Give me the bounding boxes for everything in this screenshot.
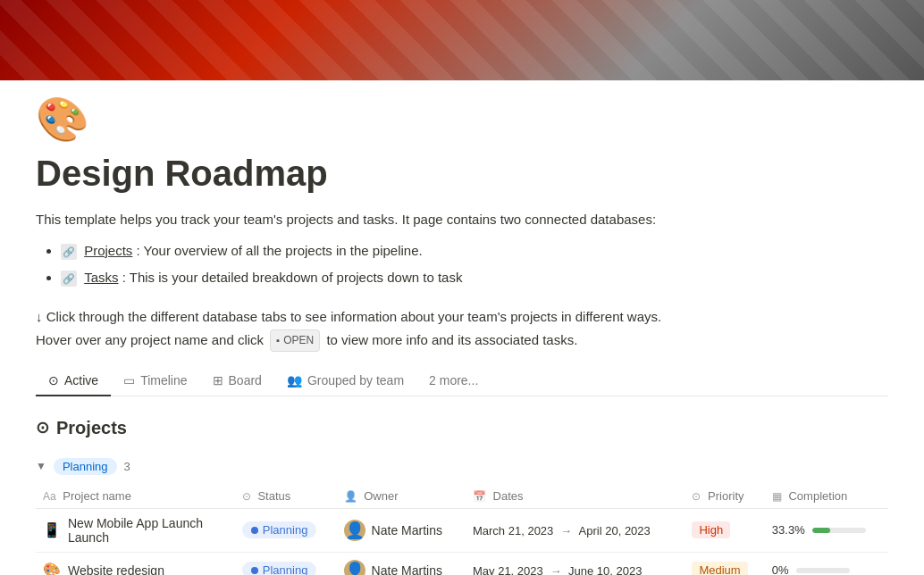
group-row: ▼ Planning 3 [36, 453, 888, 480]
status-badge: Planning [242, 562, 317, 575]
page-icon: 🎨 [36, 95, 924, 145]
group-toggle[interactable]: ▼ [36, 460, 46, 472]
status-dot [251, 527, 258, 534]
completion-text: 33.3% [772, 523, 805, 537]
cell-dates-0: March 21, 2023 → April 20, 2023 [466, 508, 685, 552]
cell-priority-0: High [685, 508, 764, 552]
col-owner-icon: 👤 [344, 490, 357, 503]
tab-active-label: Active [64, 373, 98, 388]
instructions-line1: ↓ Click through the different database t… [36, 309, 661, 324]
header-banner [0, 0, 924, 80]
database-title: ⊙ Projects [36, 418, 888, 438]
col-priority: ⊙ Priority [685, 484, 764, 509]
instructions: ↓ Click through the different database t… [36, 305, 888, 352]
cell-name-1: 🎨 Website redesign [36, 552, 235, 575]
instructions-after: to view more info and its associated tas… [326, 332, 577, 347]
col-owner: 👤 Owner [337, 484, 466, 509]
tab-grouped-icon: 👥 [287, 373, 302, 388]
tab-timeline[interactable]: ▭ Timeline [111, 366, 199, 396]
table-header: Aa Project name ⊙ Status 👤 Owner 📅 Dates [36, 484, 888, 509]
date-range: March 21, 2023 → April 20, 2023 [473, 524, 651, 538]
col-dates-icon: 📅 [473, 490, 486, 503]
date-start: March 21, 2023 [473, 524, 553, 538]
col-status: ⊙ Status [235, 484, 337, 509]
tab-active[interactable]: ⊙ Active [36, 366, 111, 396]
cell-dates-1: May 21, 2023 → June 10, 2023 [466, 552, 685, 575]
open-badge: ▪ OPEN [270, 329, 320, 351]
bullet-tasks: 🔗 Tasks : This is your detailed breakdow… [61, 264, 888, 291]
col-name: Aa Project name [36, 484, 235, 509]
table-row[interactable]: 🎨 Website redesign Planning 👤 Nate Marti… [36, 552, 888, 575]
cell-owner-0: 👤 Nate Martins [337, 508, 466, 552]
col-priority-icon: ⊙ [692, 490, 701, 503]
tasks-icon: 🔗 [61, 271, 77, 287]
status-label: Planning [263, 563, 308, 575]
status-badge: Planning [242, 521, 317, 538]
completion-bar-track [812, 528, 866, 533]
bullet-list: 🔗 Projects : Your overview of all the pr… [61, 238, 888, 291]
tab-timeline-icon: ▭ [123, 373, 135, 388]
tasks-description: : This is your detailed breakdown of pro… [122, 270, 463, 285]
col-completion: ▦ Completion [765, 484, 888, 509]
completion-cell: 0% [772, 563, 881, 575]
page-title: Design Roadmap [36, 152, 888, 195]
cell-owner-1: 👤 Nate Martins [337, 552, 466, 575]
tasks-link[interactable]: Tasks [84, 270, 118, 285]
col-status-icon: ⊙ [242, 490, 251, 503]
cell-priority-1: Medium [685, 552, 764, 575]
tab-board-icon: ⊞ [213, 373, 223, 388]
database-section: ⊙ Projects ▼ Planning 3 Aa Project name … [36, 418, 888, 575]
cell-status-0: Planning [235, 508, 337, 552]
date-end: June 10, 2023 [568, 564, 642, 575]
date-arrow: → [550, 564, 565, 575]
database-title-text: Projects [56, 418, 127, 438]
row-emoji: 🎨 [43, 562, 61, 575]
instructions-hover: Hover over any project name and click [36, 332, 264, 347]
status-dot [251, 567, 258, 574]
tab-board-label: Board [229, 373, 262, 388]
tab-grouped-label: Grouped by team [307, 373, 404, 388]
avatar: 👤 [344, 520, 365, 541]
database-title-icon: ⊙ [36, 418, 49, 438]
bullet-projects: 🔗 Projects : Your overview of all the pr… [61, 238, 888, 264]
tab-timeline-label: Timeline [140, 373, 187, 388]
table-body: 📱 New Mobile App LaunchLaunch Planning 👤… [36, 508, 888, 575]
tab-more[interactable]: 2 more... [416, 366, 491, 396]
page-content: Design Roadmap This template helps you t… [0, 152, 924, 575]
status-label: Planning [263, 523, 308, 537]
priority-badge: High [692, 521, 730, 538]
cell-completion-1: 0% [765, 552, 888, 575]
row-name[interactable]: New Mobile App LaunchLaunch [68, 516, 203, 545]
tab-board[interactable]: ⊞ Board [200, 366, 274, 396]
projects-icon: 🔗 [61, 244, 77, 260]
row-name[interactable]: Website redesign [68, 563, 164, 575]
projects-table: Aa Project name ⊙ Status 👤 Owner 📅 Dates [36, 484, 888, 575]
completion-text: 0% [772, 563, 789, 575]
owner-cell: 👤 Nate Martins [344, 560, 458, 575]
tab-active-icon: ⊙ [48, 373, 59, 388]
col-name-icon: Aa [43, 490, 56, 503]
date-start: May 21, 2023 [473, 564, 543, 575]
date-range: May 21, 2023 → June 10, 2023 [473, 564, 642, 575]
date-arrow: → [560, 524, 575, 538]
tab-more-label: 2 more... [429, 373, 478, 388]
cell-status-1: Planning [235, 552, 337, 575]
projects-description: : Your overview of all the projects in t… [137, 243, 423, 258]
tab-grouped[interactable]: 👥 Grouped by team [274, 366, 416, 396]
date-end: April 20, 2023 [579, 524, 651, 538]
owner-name: Nate Martins [372, 563, 442, 575]
owner-name: Nate Martins [372, 523, 442, 538]
owner-cell: 👤 Nate Martins [344, 520, 458, 541]
cell-completion-0: 33.3% [765, 508, 888, 552]
cell-name-0: 📱 New Mobile App LaunchLaunch [36, 508, 235, 552]
table-row[interactable]: 📱 New Mobile App LaunchLaunch Planning 👤… [36, 508, 888, 552]
projects-link[interactable]: Projects [84, 243, 132, 258]
completion-cell: 33.3% [772, 523, 881, 537]
tabs-bar: ⊙ Active ▭ Timeline ⊞ Board 👥 Grouped by… [36, 366, 888, 396]
group-tag[interactable]: Planning [54, 458, 117, 475]
priority-badge: Medium [692, 562, 747, 575]
row-emoji: 📱 [43, 521, 61, 538]
completion-bar-track [796, 568, 850, 573]
col-dates: 📅 Dates [466, 484, 685, 509]
page-description: This template helps you track your team'… [36, 209, 888, 230]
